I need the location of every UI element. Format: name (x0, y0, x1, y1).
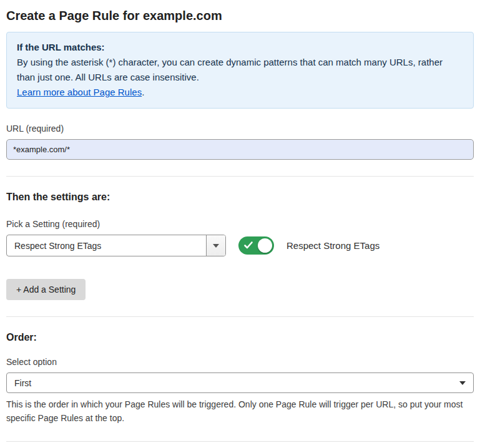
respect-strong-etags-toggle[interactable] (238, 236, 274, 255)
add-setting-button[interactable]: + Add a Setting (6, 279, 86, 300)
section-divider (6, 176, 474, 177)
url-input[interactable] (6, 139, 474, 160)
learn-more-link[interactable]: Learn more about Page Rules (17, 87, 142, 97)
section-divider (6, 316, 474, 317)
check-icon (244, 241, 253, 249)
order-select-label: Select option (6, 357, 474, 367)
order-section-heading: Order: (6, 332, 474, 343)
settings-section-heading: Then the settings are: (6, 192, 474, 203)
page-title: Create a Page Rule for example.com (6, 6, 474, 32)
info-box-link-row: Learn more about Page Rules. (17, 85, 463, 100)
order-select-value: First (14, 378, 31, 388)
url-match-info-box: If the URL matches: By using the asteris… (6, 32, 474, 109)
setting-picker-label: Pick a Setting (required) (6, 219, 474, 229)
info-box-heading: If the URL matches: (17, 40, 463, 55)
order-help-text: This is the order in which your Page Rul… (6, 398, 468, 425)
url-field-label: URL (required) (6, 124, 474, 134)
section-divider (6, 441, 474, 442)
setting-select[interactable]: Respect Strong ETags (6, 235, 226, 256)
dropdown-arrow-icon (213, 244, 219, 248)
order-select[interactable]: First (6, 373, 474, 393)
order-section: Order: Select option First This is the o… (6, 332, 474, 425)
toggle-knob (258, 238, 272, 253)
chevron-down-icon (459, 381, 466, 385)
toggle-label: Respect Strong ETags (287, 240, 380, 251)
setting-select-value: Respect Strong ETags (7, 235, 206, 256)
setting-row: Respect Strong ETags Respect Strong ETag… (6, 235, 474, 256)
link-period: . (142, 87, 144, 97)
setting-select-arrow-button[interactable] (206, 235, 225, 256)
info-box-body: By using the asterisk (*) character, you… (17, 55, 463, 85)
